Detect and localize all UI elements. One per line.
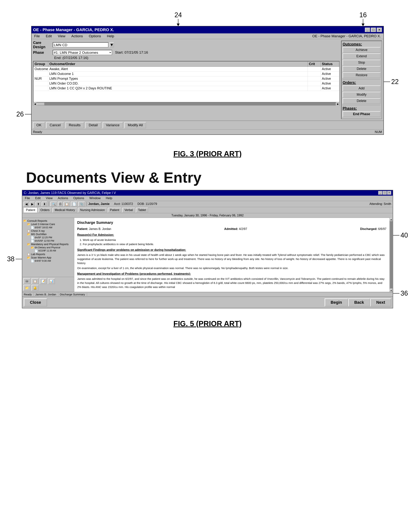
tree-item-dietary-date[interactable]: 📄 6/22/9F 11:30 AM [35,249,73,253]
fig5-vscrollbar[interactable]: ▲ ▼ [389,218,393,292]
tree-item-mg-date2[interactable]: 📄 6A/5/5F 12:50 PM [31,239,73,243]
tree-item-lab[interactable]: 📋 Lab Reports [27,253,73,256]
fig5-tab-nursing[interactable]: Nursing Admission [78,208,107,212]
toolbar-copy-btn[interactable]: 📋 [63,201,70,206]
fig5-tab-patient[interactable]: Patient [24,208,38,212]
icon-btn-2[interactable]: 📋 [31,278,39,284]
restore-btn[interactable]: Restore [343,72,380,78]
table-row[interactable]: LMN Outcome 1 Active [33,72,339,76]
fig3-menu-help[interactable]: Help [106,34,115,38]
tree-item-mandatory[interactable]: 📂 Mandatory and Physical Reports [27,243,73,246]
icon-btn-3[interactable]: 📝 [40,278,47,284]
toolbar-down-btn[interactable]: ⬇ [42,201,47,206]
fig3-menu-view[interactable]: View [57,34,67,38]
fig5-menu-window[interactable]: Window [88,196,102,200]
fig5-menu-actions[interactable]: Actions [57,196,69,200]
table-row[interactable]: LMN Order 1 CC Q2H x 2 Days ROUTINE Acti… [33,86,339,91]
next-btn[interactable]: Next [370,298,391,306]
fig5-date-range: Tuesday, January 30, 1996 - Friday, Febr… [22,213,393,218]
fig5-menu-options[interactable]: Options [72,196,85,200]
toolbar-new-btn[interactable]: 📄 [71,201,78,206]
phase-select[interactable]: #1: LMN Phase 2 Outcomes [53,50,112,55]
scroll-right-arrow[interactable]: ▶ [336,102,339,106]
fig3-menu-options[interactable]: Options [88,34,102,38]
icon-btn-4[interactable]: 📊 [48,278,55,284]
delete-order-btn[interactable]: Delete [343,98,380,104]
icon-btn-5[interactable]: 📁 [23,285,30,291]
tree-item-scan[interactable]: 📂 Scan Warren App [27,256,73,259]
scroll-up-arrow[interactable]: ▲ [390,218,393,221]
toolbar-back-btn[interactable]: ◀ [24,201,29,206]
fig3-table: Group Outcome/Order Crit Status Outcome … [33,61,340,102]
fig5-tab-patient2[interactable]: Patient [108,208,122,212]
fig3-window: OE - Phase Manager - GARCIA, PEDRO X. _ … [31,26,384,135]
tree-item-consult-reports[interactable]: 📂 Consult Reports [23,219,73,222]
fig3-hscroll[interactable]: ◀ ▶ [33,102,340,106]
phase-end-date: End: (07/22/05 17:16) [54,56,88,60]
tree-item-dietary[interactable]: 📂 6A Dietary and Physical [31,246,73,249]
fig5-menu-view[interactable]: View [45,196,54,200]
tree-item-level3-date[interactable]: 📄 6/5/97 18:02 AM [31,226,73,229]
fig5-doc-panel: Discharge Summary Patient: James B. Jord… [74,218,389,292]
fig3-bottom-bar: OK Cancel Results Detail Variance Modify… [31,121,384,129]
table-row[interactable]: LMN Order CO:DD. Active [33,81,339,86]
icon-btn-1[interactable]: 🗂 [23,278,30,284]
fig5-menu-help[interactable]: Help [105,196,113,200]
modify-order-btn[interactable]: Modify [343,92,380,97]
doc-management-title: Management and Investigation of Problems… [77,272,386,276]
fig3-close-btn[interactable]: × [377,28,382,32]
scroll-down-arrow[interactable]: ▼ [390,289,393,292]
fig5-tab-orders[interactable]: Orders [38,208,52,212]
ok-btn[interactable]: OK [33,122,45,128]
fig3-minimize-btn[interactable]: _ [365,28,370,32]
fig5-status-bar: Ready James B. Jordan Discharge Summary [22,292,393,296]
variance-btn[interactable]: Variance [103,122,123,128]
fig5-menu-edit[interactable]: Edit [34,196,42,200]
icon-btn-6[interactable]: 🔔 [31,285,39,291]
cancel-btn[interactable]: Cancel [46,122,64,128]
toolbar-search-btn[interactable]: 🔍 [50,201,57,206]
results-btn[interactable]: Results [66,122,84,128]
care-design-input[interactable]: LMN CD [53,42,109,48]
doc-management-text: James was admitted to the hospital on 6/… [77,277,386,289]
table-row[interactable]: NUR LMN Prompt Types Active [33,76,339,81]
tree-item-mg[interactable]: 📂 MG Duchillan [27,233,73,236]
fig3-status-bar: Ready NUM [31,129,384,134]
fig3-menu-actions[interactable]: Actions [70,34,84,38]
begin-btn[interactable]: Begin [325,298,348,306]
fig5-menu-file[interactable]: File [24,196,31,200]
add-order-btn[interactable]: Add [343,86,380,91]
fig5-tree-panel: 📂 Consult Reports 📂 Level 3 Intense Care [22,218,74,277]
fig5-tab-verbal[interactable]: Verbal [122,208,135,212]
toolbar-print-btn[interactable]: ⎙ [58,201,63,206]
fig5-tab-medical-history[interactable]: Medical History [52,208,77,212]
tree-item-chest-xray[interactable]: 📋 Chest X-ray [27,229,73,233]
stop-btn[interactable]: Stop [343,60,380,66]
toolbar-attach-btn[interactable]: 📎 [78,201,85,206]
toolbar-up-btn[interactable]: ⬆ [36,201,41,206]
back-btn[interactable]: Back [348,298,370,306]
fig5-toolbar: ◀ ▶ ⬆ ⬇ 🔍 ⎙ 📋 📄 📎 Jordan, Jamie Acct: 11… [22,201,393,207]
extend-btn[interactable]: Extend [343,53,380,59]
fig3-menu-edit[interactable]: Edit [45,34,53,38]
achieve-btn[interactable]: Achieve [343,47,380,53]
tree-item-scan-date[interactable]: 📄 6/4/97 9:30 AM [31,259,73,263]
table-row[interactable]: Outcome Awake, Alert Active [33,67,339,72]
delete-outcome-btn[interactable]: Delete [343,66,380,72]
fig5-minimize-btn[interactable]: _ [378,191,382,195]
tree-item-mg-date1[interactable]: 📄 6A/5F 12:25 PM [31,236,73,239]
modify-all-btn[interactable]: Modify All [124,122,146,128]
detail-btn[interactable]: Detail [85,122,101,128]
fig5-close-btn[interactable]: × [387,191,391,195]
tree-item-level3[interactable]: 📂 Level 3 Intense Care [27,222,73,226]
scroll-left-arrow[interactable]: ◀ [33,102,37,106]
care-design-dropdown-btn[interactable]: ▼ [109,42,114,48]
ref-label-26: 26 [16,110,24,118]
close-btn[interactable]: Close [24,298,47,306]
fig3-maximize-btn[interactable]: □ [371,28,376,32]
fig5-tab-tablet[interactable]: Tablet [136,208,148,212]
fig5-maximize-btn[interactable]: □ [383,191,387,195]
fig3-menu-file[interactable]: File [33,34,41,38]
end-phase-btn[interactable]: End Phase [343,111,380,117]
toolbar-fwd-btn[interactable]: ▶ [30,201,35,206]
